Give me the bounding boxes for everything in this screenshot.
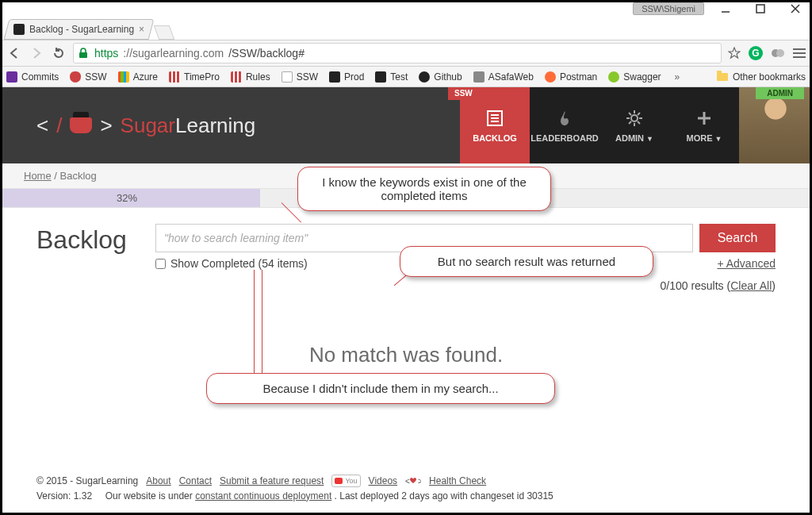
nav-leaderboard[interactable]: LEADERBOARD bbox=[530, 87, 599, 163]
search-button[interactable]: Search bbox=[699, 224, 776, 252]
favicon bbox=[419, 71, 430, 83]
folder-icon bbox=[717, 73, 728, 81]
address-bar[interactable]: https ://sugarlearning.com /SSW/backlog# bbox=[73, 43, 722, 63]
plus-icon bbox=[695, 108, 714, 129]
svg-text:>: > bbox=[418, 477, 421, 486]
favicon bbox=[545, 71, 556, 83]
browser-toolbar: https ://sugarlearning.com /SSW/backlog#… bbox=[0, 40, 812, 67]
results-count: 0/100 results (Clear All) bbox=[660, 279, 776, 292]
favicon bbox=[70, 71, 81, 83]
svg-rect-4 bbox=[79, 52, 87, 58]
bookmark-item[interactable]: Prod bbox=[329, 71, 364, 83]
bookmark-item[interactable]: SSW bbox=[70, 71, 106, 83]
svg-line-19 bbox=[638, 113, 640, 115]
reload-button[interactable] bbox=[51, 45, 67, 61]
bookmark-item[interactable]: Azure bbox=[118, 71, 158, 83]
footer-contact[interactable]: Contact bbox=[179, 474, 212, 489]
bookmark-item[interactable]: ASafaWeb bbox=[473, 71, 534, 83]
annotation-callout: I know the keywords exist in one of the … bbox=[297, 167, 551, 211]
bookmark-item[interactable]: Commits bbox=[6, 71, 59, 83]
browser-tab[interactable]: Backlog - SugarLearning × bbox=[4, 19, 155, 40]
url-host: ://sugarlearning.com bbox=[123, 47, 224, 60]
url-path: /SSW/backlog# bbox=[228, 47, 304, 60]
svg-point-6 bbox=[776, 49, 784, 57]
ssw-tag: SSW bbox=[448, 87, 479, 100]
heart-icon: <> bbox=[405, 476, 421, 486]
bookmark-item[interactable]: Github bbox=[419, 71, 462, 83]
favicon bbox=[6, 71, 17, 83]
footer-submit[interactable]: Submit a feature request bbox=[220, 474, 324, 489]
bookmark-item[interactable]: Swagger bbox=[608, 71, 661, 83]
progress-label: 32% bbox=[0, 189, 254, 207]
annotation-pointer bbox=[254, 270, 255, 381]
brand-learning: Learning bbox=[175, 113, 255, 137]
url-scheme: https bbox=[94, 47, 118, 60]
new-tab-button[interactable] bbox=[154, 25, 175, 40]
footer-deploy-link[interactable]: constant continuous deployment bbox=[195, 490, 331, 502]
back-button[interactable] bbox=[6, 45, 22, 61]
forward-button[interactable] bbox=[29, 45, 44, 61]
window-close-button[interactable] bbox=[782, 1, 809, 17]
show-completed-checkbox[interactable] bbox=[155, 259, 166, 269]
chevron-down-icon: ▼ bbox=[715, 135, 722, 143]
svg-rect-1 bbox=[756, 5, 764, 13]
favicon bbox=[473, 71, 485, 83]
breadcrumb-home[interactable]: Home bbox=[24, 170, 52, 182]
nav-admin[interactable]: ADMIN▼ bbox=[599, 87, 669, 163]
app-header: SSW ADMIN < / > SugarLearning BACKLOG LE… bbox=[0, 87, 812, 163]
browser-tabstrip: Backlog - SugarLearning × bbox=[0, 17, 812, 40]
favicon bbox=[169, 71, 180, 83]
favicon bbox=[231, 71, 242, 83]
bookmark-item[interactable]: Postman bbox=[545, 71, 597, 83]
svg-line-18 bbox=[629, 121, 631, 124]
footer-about[interactable]: About bbox=[146, 474, 170, 489]
grammarly-icon[interactable]: G bbox=[749, 46, 763, 60]
window-minimize-button[interactable] bbox=[712, 1, 739, 17]
tab-favicon bbox=[13, 24, 25, 35]
bookmark-item[interactable]: TimePro bbox=[169, 71, 220, 83]
favicon bbox=[375, 71, 386, 83]
admin-badge: ADMIN bbox=[756, 87, 804, 99]
lock-icon bbox=[79, 48, 90, 59]
footer-version: Version: 1.32 bbox=[36, 490, 92, 502]
flame-icon bbox=[555, 108, 574, 129]
graduation-cap-icon bbox=[70, 117, 92, 133]
extension-icon[interactable] bbox=[771, 47, 785, 60]
svg-text:<: < bbox=[405, 477, 410, 486]
bookmark-star-icon[interactable] bbox=[728, 47, 741, 60]
svg-line-17 bbox=[638, 121, 640, 124]
youtube-icon: You bbox=[331, 475, 360, 487]
show-completed-label: Show Completed (54 items) bbox=[170, 257, 308, 270]
bookmark-item[interactable]: Test bbox=[375, 71, 408, 83]
brand-logo[interactable]: < / > SugarLearning bbox=[0, 87, 255, 163]
chevron-down-icon: ▼ bbox=[646, 135, 653, 143]
bookmarks-overflow-icon[interactable]: » bbox=[672, 71, 683, 83]
footer-copyright: © 2015 - SugarLearning bbox=[36, 474, 138, 489]
annotation-callout: Because I didn't include them in my sear… bbox=[206, 373, 555, 404]
footer: © 2015 - SugarLearning About Contact Sub… bbox=[36, 474, 776, 504]
os-user-label: SSW\Shigemi bbox=[633, 2, 704, 15]
no-match-message: No match was found. bbox=[0, 343, 812, 367]
chrome-menu-icon[interactable] bbox=[793, 48, 806, 58]
favicon bbox=[282, 71, 293, 83]
favicon bbox=[329, 71, 340, 83]
nav-more[interactable]: MORE▼ bbox=[669, 87, 739, 163]
list-icon bbox=[485, 108, 504, 129]
tab-close-icon[interactable]: × bbox=[139, 24, 144, 35]
bookmark-item[interactable]: Rules bbox=[231, 71, 270, 83]
bookmarks-bar: Commits SSW Azure TimePro Rules SSW Prod… bbox=[0, 67, 812, 87]
footer-health[interactable]: Health Check bbox=[429, 474, 486, 489]
annotation-pointer bbox=[262, 270, 262, 381]
advanced-link[interactable]: + Advanced bbox=[717, 257, 776, 270]
svg-point-11 bbox=[631, 115, 638, 121]
clear-all-link[interactable]: Clear All bbox=[730, 279, 772, 292]
footer-videos[interactable]: Videos bbox=[369, 474, 397, 489]
favicon bbox=[608, 71, 619, 83]
svg-line-16 bbox=[629, 113, 631, 115]
window-maximize-button[interactable] bbox=[747, 1, 774, 17]
bookmark-item[interactable]: SSW bbox=[282, 71, 318, 83]
breadcrumb-current: Backlog bbox=[60, 170, 97, 182]
annotation-callout: But no search result was returned bbox=[400, 246, 653, 277]
other-bookmarks[interactable]: Other bookmarks bbox=[733, 71, 806, 83]
gear-icon bbox=[625, 108, 644, 129]
